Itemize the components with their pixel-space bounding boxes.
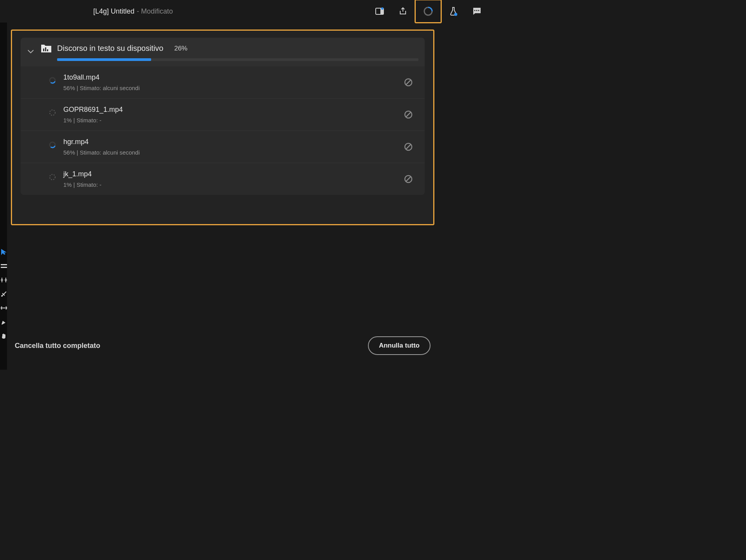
left-tool-strip bbox=[0, 249, 8, 339]
title-main: [L4g] Untitled bbox=[93, 7, 134, 16]
selection-tool-icon[interactable] bbox=[0, 249, 7, 256]
progress-ring-button[interactable] bbox=[415, 0, 442, 23]
svg-line-16 bbox=[406, 80, 411, 85]
item-list: 1to9all.mp456% | Stimato: alcuni secondi… bbox=[21, 66, 425, 195]
spinner-active-icon bbox=[49, 141, 56, 149]
svg-line-19 bbox=[406, 112, 411, 117]
cancel-item-icon[interactable] bbox=[404, 78, 413, 87]
svg-point-17 bbox=[50, 110, 55, 115]
ripple-tool-icon[interactable] bbox=[0, 277, 7, 283]
svg-rect-8 bbox=[1, 264, 7, 265]
item-meta: 1% | Stimato: - bbox=[63, 117, 404, 123]
item-content: GOPR8691_1.mp41% | Stimato: - bbox=[63, 106, 404, 123]
overall-progress-track bbox=[57, 58, 418, 61]
slip-tool-icon[interactable] bbox=[0, 304, 7, 311]
list-item: hgr.mp456% | Stimato: alcuni secondi bbox=[21, 130, 425, 163]
topbar-icons bbox=[368, 0, 488, 23]
spinner-idle-icon bbox=[49, 109, 56, 117]
item-name: GOPR8691_1.mp4 bbox=[63, 106, 404, 114]
clear-completed-button[interactable]: Cancella tutto completato bbox=[15, 342, 100, 350]
svg-line-25 bbox=[406, 177, 411, 181]
pen-tool-icon[interactable] bbox=[0, 318, 7, 325]
svg-point-23 bbox=[50, 174, 55, 180]
list-item: jk_1.mp41% | Stimato: - bbox=[21, 163, 425, 195]
item-meta: 56% | Stimato: alcuni secondi bbox=[63, 85, 404, 91]
chat-icon[interactable] bbox=[465, 0, 488, 22]
svg-rect-13 bbox=[47, 49, 48, 51]
panel-toggle-icon[interactable] bbox=[368, 0, 391, 22]
svg-rect-11 bbox=[43, 49, 44, 51]
progress-panel: Discorso in testo su dispositivo 26% 1to… bbox=[11, 30, 434, 225]
hand-tool-icon[interactable] bbox=[0, 332, 7, 339]
list-item: 1to9all.mp456% | Stimato: alcuni secondi bbox=[21, 66, 425, 98]
razor-tool-icon[interactable] bbox=[0, 290, 7, 297]
title-modified: - Modificato bbox=[137, 7, 173, 16]
share-icon[interactable] bbox=[391, 0, 415, 22]
cancel-item-icon[interactable] bbox=[404, 174, 413, 184]
track-tool-icon[interactable] bbox=[0, 263, 7, 270]
svg-rect-9 bbox=[1, 267, 7, 268]
panel-header: Discorso in testo su dispositivo 26% bbox=[21, 38, 425, 66]
overall-progress-fill bbox=[57, 58, 151, 61]
item-meta: 1% | Stimato: - bbox=[63, 181, 404, 188]
cancel-all-button[interactable]: Annulla tutto bbox=[368, 336, 431, 355]
item-name: 1to9all.mp4 bbox=[63, 73, 404, 82]
svg-point-6 bbox=[476, 10, 478, 11]
spinner-active-icon bbox=[49, 77, 56, 84]
item-name: hgr.mp4 bbox=[63, 138, 404, 146]
footer-bar: Cancella tutto completato Annulla tutto bbox=[11, 336, 434, 355]
item-content: hgr.mp456% | Stimato: alcuni secondi bbox=[63, 138, 404, 156]
list-item: GOPR8691_1.mp41% | Stimato: - bbox=[21, 98, 425, 130]
item-meta: 56% | Stimato: alcuni secondi bbox=[63, 149, 404, 156]
svg-point-4 bbox=[454, 13, 457, 16]
cancel-item-icon[interactable] bbox=[404, 110, 413, 119]
chevron-down-icon[interactable] bbox=[28, 46, 34, 57]
svg-line-22 bbox=[406, 144, 411, 149]
window-title: [L4g] Untitled - Modificato bbox=[93, 7, 173, 16]
item-name: jk_1.mp4 bbox=[63, 170, 404, 178]
svg-point-7 bbox=[478, 10, 479, 11]
item-content: jk_1.mp41% | Stimato: - bbox=[63, 170, 404, 188]
svg-point-2 bbox=[381, 7, 383, 10]
svg-rect-12 bbox=[45, 47, 46, 51]
folder-chart-icon bbox=[41, 43, 52, 55]
spinner-idle-icon bbox=[49, 173, 56, 181]
cancel-item-icon[interactable] bbox=[404, 142, 413, 151]
item-content: 1to9all.mp456% | Stimato: alcuni secondi bbox=[63, 73, 404, 91]
panel-percent: 26% bbox=[174, 45, 187, 52]
svg-point-10 bbox=[1, 295, 3, 297]
top-bar: [L4g] Untitled - Modificato bbox=[0, 0, 492, 23]
panel-title: Discorso in testo su dispositivo bbox=[57, 44, 163, 53]
flask-icon[interactable] bbox=[442, 0, 465, 22]
svg-point-5 bbox=[474, 10, 476, 11]
